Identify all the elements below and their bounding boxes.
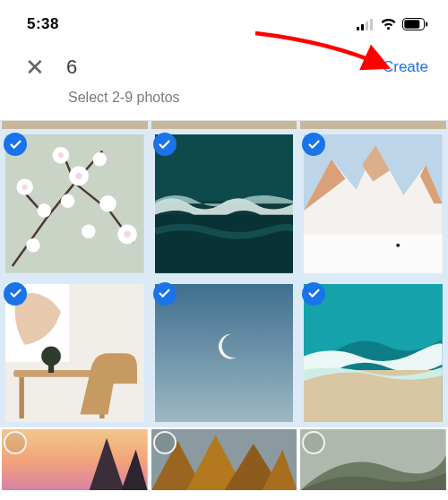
thumb-cherry-blossoms <box>5 134 144 273</box>
svg-point-17 <box>82 225 95 238</box>
selected-check-icon <box>153 282 177 306</box>
photo-grid-row-partial <box>0 427 448 490</box>
svg-rect-6 <box>426 22 427 27</box>
photo-cell[interactable] <box>0 279 150 428</box>
svg-rect-0 <box>357 27 359 30</box>
previous-row-edge <box>0 120 448 129</box>
photo-cell[interactable] <box>298 427 448 490</box>
thumb-ocean-waves <box>155 134 294 273</box>
svg-point-13 <box>92 152 106 166</box>
svg-rect-2 <box>366 22 368 30</box>
photo-cell[interactable] <box>0 129 150 279</box>
status-bar: 5:38 <box>0 0 448 41</box>
photo-cell[interactable] <box>0 427 150 490</box>
svg-point-34 <box>41 346 61 366</box>
photo-cell[interactable] <box>298 279 448 428</box>
close-button[interactable]: ✕ <box>25 56 66 79</box>
wifi-icon <box>380 19 397 30</box>
status-time: 5:38 <box>27 15 59 33</box>
selection-subtitle: Select 2-9 photos <box>68 90 430 106</box>
thumb-snowy-mountain <box>304 134 443 273</box>
selected-check-icon <box>302 282 325 306</box>
svg-point-18 <box>61 194 74 208</box>
svg-point-16 <box>26 238 39 252</box>
status-indicators <box>357 18 428 30</box>
svg-rect-25 <box>155 215 294 273</box>
selection-header: ✕ 6 Create Select 2-9 photos <box>0 41 448 120</box>
svg-point-21 <box>124 231 130 237</box>
thumb-moon-sky <box>155 284 294 423</box>
thumb-beach-aerial <box>304 284 443 423</box>
svg-rect-8 <box>5 134 144 273</box>
svg-rect-32 <box>19 376 23 418</box>
battery-icon <box>402 18 428 30</box>
svg-rect-3 <box>370 19 373 30</box>
svg-point-22 <box>58 152 64 158</box>
svg-rect-35 <box>48 364 54 372</box>
create-button[interactable]: Create <box>383 58 430 76</box>
svg-rect-5 <box>404 20 419 28</box>
svg-rect-1 <box>361 24 364 30</box>
selected-check-icon <box>153 133 177 156</box>
selected-check-icon <box>4 282 27 306</box>
photo-cell[interactable] <box>150 427 299 490</box>
photo-cell[interactable] <box>150 129 299 279</box>
cellular-icon <box>357 19 375 30</box>
svg-point-28 <box>397 244 401 247</box>
photo-cell[interactable] <box>298 129 448 279</box>
svg-point-10 <box>38 203 51 217</box>
selection-count: 6 <box>66 56 77 79</box>
photo-grid <box>0 129 448 427</box>
svg-point-19 <box>22 185 28 190</box>
selected-check-icon <box>4 133 27 156</box>
photo-cell[interactable] <box>150 279 299 428</box>
svg-rect-27 <box>304 234 443 272</box>
svg-point-20 <box>75 173 82 179</box>
thumb-desk-chair <box>5 284 144 423</box>
unselected-circle-icon <box>153 431 177 454</box>
svg-point-14 <box>99 195 116 212</box>
